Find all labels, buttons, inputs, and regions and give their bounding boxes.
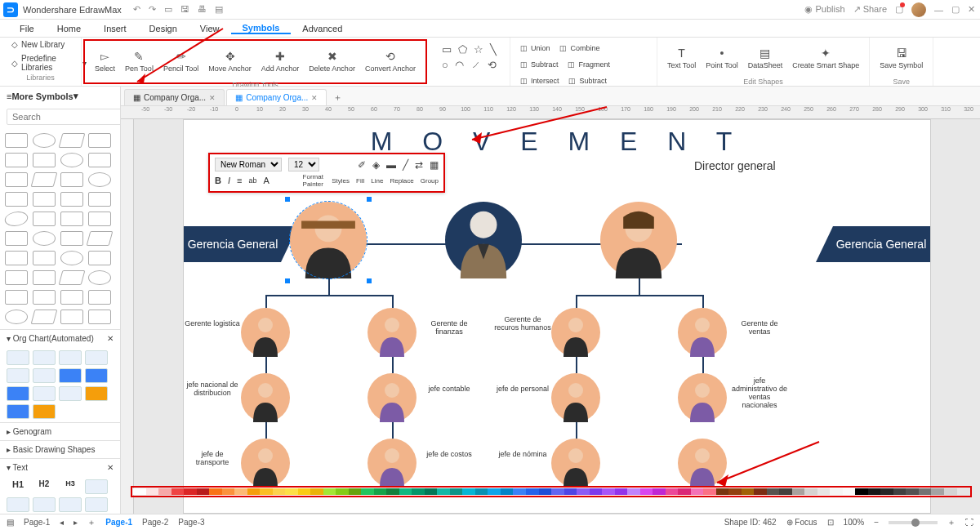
basic-shapes-grid[interactable] [0, 128, 120, 329]
undo-icon[interactable]: ↶ [133, 4, 140, 15]
replace-btn[interactable]: ⇄ [415, 159, 423, 171]
page-current[interactable]: Page-1 [24, 518, 50, 527]
minimize-icon[interactable]: — [934, 5, 943, 15]
page-list-icon[interactable]: ▤ [7, 518, 14, 527]
subtract-op[interactable]: ◫ Subtract [515, 56, 564, 73]
node-l3-4[interactable] [678, 373, 727, 422]
user-avatar[interactable] [911, 2, 926, 17]
menu-view[interactable]: View [189, 24, 231, 33]
zoom-in[interactable]: ＋ [947, 517, 956, 528]
pen-tool[interactable]: ✎Pen Tool [120, 43, 158, 79]
node-top-left[interactable] [290, 202, 367, 278]
more-symbols-header[interactable]: ≡ More Symbols ▾ [0, 87, 120, 105]
delete-anchor-tool[interactable]: ✖Delete Anchor [304, 43, 360, 79]
close-icon[interactable]: ✕ [968, 4, 975, 15]
node-l3-1[interactable] [241, 373, 290, 422]
notification-icon[interactable]: ▢ [895, 4, 903, 15]
page-next[interactable]: ▸ [74, 518, 78, 527]
label-l3-4: jefe administrativo de ventas nacionales [731, 377, 788, 410]
italic-btn[interactable]: I [228, 176, 230, 185]
format-painter[interactable]: ✐ [358, 159, 366, 171]
canvas[interactable]: M O V E M E N T Director general Gerenci… [183, 119, 931, 514]
new-library-button[interactable]: ◇ New Library [11, 40, 87, 49]
node-l2-1[interactable] [241, 308, 290, 357]
size-select[interactable]: 12 [288, 158, 319, 171]
orgchart-thumbs[interactable] [0, 347, 120, 422]
styles-btn[interactable]: ◈ [372, 159, 380, 171]
node-l4-1[interactable] [241, 439, 290, 488]
publish-button[interactable]: ◉ Publish [804, 4, 844, 15]
pencil-tool[interactable]: ✏Pencil Tool [158, 43, 203, 79]
page-1[interactable]: Page-1 [105, 518, 132, 527]
union-op[interactable]: ◫ Union [515, 40, 555, 56]
symbols-panel: ≡ More Symbols ▾ 🔍 ▾ Org Chart(Automated… [0, 87, 121, 514]
page-prev[interactable]: ◂ [60, 518, 64, 527]
menu-symbols[interactable]: Symbols [231, 23, 292, 34]
fontcolor-btn[interactable]: A [263, 176, 269, 185]
text-headers[interactable]: H1 H2 H3 [0, 476, 120, 514]
bold-btn[interactable]: B [215, 176, 221, 185]
fill-btn[interactable]: ▬ [386, 159, 396, 171]
menu-advanced[interactable]: Advanced [291, 24, 354, 33]
save-symbol-tool[interactable]: 🖫Save Symbol [875, 40, 928, 76]
text-tool[interactable]: TText Tool [662, 40, 701, 76]
share-button[interactable]: ↗ Share [853, 4, 887, 15]
shape-row-1[interactable]: ▭⬠☆╲ [435, 43, 503, 56]
tab-1[interactable]: ▦ Company Orga...✕ [124, 89, 225, 105]
predefine-libraries-button[interactable]: ◇ Predefine Libraries▾ [11, 54, 87, 72]
move-anchor-tool[interactable]: ✥Move Anchor [203, 43, 256, 79]
zoom-out[interactable]: − [874, 518, 879, 527]
node-top-center[interactable] [445, 202, 522, 278]
zoom-fit[interactable]: ⊡ [827, 518, 834, 527]
menu-home[interactable]: Home [46, 24, 92, 33]
export-icon[interactable]: ▤ [215, 4, 223, 15]
select-tool[interactable]: ▻Select [90, 43, 120, 79]
textcase-btn[interactable]: ab [248, 176, 256, 185]
node-l4-4[interactable] [678, 439, 727, 488]
text-section[interactable]: ▾ Text✕ [0, 458, 120, 476]
menu-file[interactable]: File [8, 24, 46, 33]
node-l4-3[interactable] [551, 439, 600, 488]
page-3[interactable]: Page-3 [178, 518, 204, 527]
focus-toggle[interactable]: ⊕ Focus [786, 518, 817, 527]
combine-op[interactable]: ◫ Combine [555, 40, 604, 56]
tab-2[interactable]: ▦ Company Orga...✕ [226, 89, 327, 105]
node-top-right[interactable] [600, 202, 677, 278]
smart-shape-tool[interactable]: ✦Create Smart Shape [787, 40, 864, 76]
point-tool[interactable]: •Point Tool [701, 40, 742, 76]
orgchart-section[interactable]: ▾ Org Chart(Automated)✕ [0, 329, 120, 347]
node-l2-3[interactable] [551, 308, 600, 357]
fragment-op[interactable]: ◫ Fragment [563, 56, 615, 73]
convert-anchor-tool[interactable]: ⟲Convert Anchor [360, 43, 421, 79]
line-btn[interactable]: ╱ [403, 159, 408, 171]
fullscreen-icon[interactable]: ⛶ [965, 518, 973, 527]
node-l2-2[interactable] [368, 308, 416, 357]
basic-section[interactable]: ▸ Basic Drawing Shapes [0, 440, 120, 458]
color-palette[interactable] [131, 486, 972, 497]
font-select[interactable]: New Roman [215, 158, 282, 171]
save-icon[interactable]: 🖫 [180, 4, 189, 15]
maximize-icon[interactable]: ▢ [951, 4, 960, 15]
add-tab[interactable]: ＋ [328, 90, 347, 105]
search-input[interactable] [7, 109, 121, 125]
print-icon[interactable]: 🖶 [198, 4, 207, 15]
label-l3-1: jefe nacional de distribucion [184, 381, 241, 398]
status-bar: ▤ Page-1 ◂ ▸ ＋ Page-1 Page-2 Page-3 Shap… [0, 514, 980, 530]
genogram-section[interactable]: ▸ Genogram [0, 422, 120, 440]
page-2[interactable]: Page-2 [142, 518, 168, 527]
align-btn[interactable]: ≡ [237, 176, 242, 185]
node-l2-4[interactable] [678, 308, 727, 357]
datasheet-tool[interactable]: ▤DataSheet [743, 40, 788, 76]
redo-icon[interactable]: ↷ [149, 4, 156, 15]
node-l4-2[interactable] [368, 439, 416, 488]
open-icon[interactable]: ▭ [164, 4, 172, 15]
add-anchor-tool[interactable]: ✚Add Anchor [256, 43, 305, 79]
node-l3-3[interactable] [551, 373, 600, 422]
page-add[interactable]: ＋ [87, 517, 96, 528]
group-btn[interactable]: ▦ [430, 159, 439, 171]
node-l3-2[interactable] [368, 373, 416, 422]
menu-insert[interactable]: Insert [92, 24, 138, 33]
menu-design[interactable]: Design [138, 24, 189, 33]
shape-row-2[interactable]: ○◠⟋⟲ [435, 59, 503, 71]
vertical-ruler [121, 119, 134, 514]
